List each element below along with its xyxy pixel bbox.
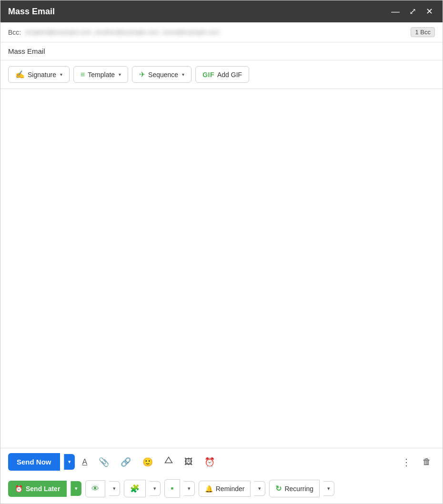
template-icon: ≡ xyxy=(81,70,85,79)
attach-button[interactable]: 📎 xyxy=(95,454,113,470)
close-button[interactable]: ✕ xyxy=(424,6,435,17)
expand-button[interactable]: ⤢ xyxy=(407,6,418,17)
attach-icon: 📎 xyxy=(99,457,109,467)
recurring-button[interactable]: ↻ Recurring xyxy=(269,480,320,497)
puzzle-icon: 🧩 xyxy=(130,484,140,493)
toolbar-row: ✍ Signature ▾ ≡ Template ▾ ✈ Sequence ▾ … xyxy=(0,60,443,89)
recurring-label: Recurring xyxy=(284,485,313,493)
bell-icon: 🔔 xyxy=(205,485,213,493)
bottom-bar-top: Send Now ▾ A 📎 🔗 🙂 xyxy=(0,448,443,475)
signature-label: Signature xyxy=(28,71,56,79)
send-now-dropdown-button[interactable]: ▾ xyxy=(64,454,75,470)
recurring-icon: ↻ xyxy=(275,484,282,493)
image-button[interactable]: 🖼 xyxy=(181,454,197,470)
modal-title: Mass Email xyxy=(8,7,55,17)
subject-input[interactable] xyxy=(8,47,435,55)
image-icon: 🖼 xyxy=(184,457,193,466)
bottom-bar: Send Now ▾ A 📎 🔗 🙂 xyxy=(0,448,443,504)
gif-icon: GIF xyxy=(202,71,214,79)
title-bar-controls: — ⤢ ✕ xyxy=(389,6,435,17)
bcc-label: Bcc: xyxy=(8,29,21,36)
clock-icon: ⏰ xyxy=(204,457,215,467)
delete-icon: 🗑 xyxy=(423,457,431,466)
bcc-row: Bcc: recipient@example.com, another@exam… xyxy=(0,22,443,42)
link-button[interactable]: 🔗 xyxy=(117,454,135,470)
reminder-button[interactable]: 🔔 Reminder xyxy=(199,481,251,497)
drive-icon xyxy=(164,457,173,467)
more-icon: ⋮ xyxy=(402,457,411,467)
template-button[interactable]: ≡ Template ▾ xyxy=(73,66,128,83)
eye-icon: 👁 xyxy=(91,484,99,493)
puzzle-button[interactable]: 🧩 xyxy=(124,480,146,497)
box-dropdown-button[interactable]: ▾ xyxy=(184,481,195,496)
send-now-label: Send Now xyxy=(17,458,51,466)
box-button[interactable]: ▪ xyxy=(164,479,180,498)
add-gif-button[interactable]: GIF Add GIF xyxy=(195,66,249,83)
format-text-icon: A xyxy=(82,458,88,466)
emoji-icon: 🙂 xyxy=(142,457,153,467)
schedule-button[interactable]: ⏰ xyxy=(201,454,219,470)
send-now-button[interactable]: Send Now xyxy=(8,453,60,471)
bcc-recipients: recipient@example.com, another@example.c… xyxy=(25,29,407,36)
box-icon: ▪ xyxy=(171,484,173,494)
subject-row xyxy=(0,42,443,60)
template-label: Template xyxy=(88,71,115,79)
email-body[interactable] xyxy=(0,89,443,448)
reminder-label: Reminder xyxy=(216,485,245,493)
svg-marker-0 xyxy=(165,457,172,463)
drive-button[interactable] xyxy=(161,454,177,470)
emoji-button[interactable]: 🙂 xyxy=(139,454,157,470)
bottom-bar-bottom: ⏰ Send Later ▾ 👁 ▾ 🧩 ▾ ▪ ▾ 🔔 Reminder xyxy=(0,475,443,504)
puzzle-dropdown-button[interactable]: ▾ xyxy=(150,481,161,496)
sequence-icon: ✈ xyxy=(139,70,145,79)
title-bar: Mass Email — ⤢ ✕ xyxy=(0,0,443,22)
bcc-badge[interactable]: 1 Bcc xyxy=(411,27,435,37)
more-options-button[interactable]: ⋮ xyxy=(398,454,415,471)
sequence-button[interactable]: ✈ Sequence ▾ xyxy=(132,66,191,83)
send-later-dropdown-button[interactable]: ▾ xyxy=(70,481,81,496)
sequence-label: Sequence xyxy=(148,71,178,79)
signature-chevron-icon: ▾ xyxy=(60,72,62,77)
format-text-button[interactable]: A xyxy=(79,454,91,470)
delete-button[interactable]: 🗑 xyxy=(419,454,435,470)
signature-icon: ✍ xyxy=(15,70,25,79)
send-later-label: Send Later xyxy=(26,485,60,493)
sequence-chevron-icon: ▾ xyxy=(182,72,184,77)
signature-button[interactable]: ✍ Signature ▾ xyxy=(8,66,70,83)
recurring-dropdown-button[interactable]: ▾ xyxy=(323,481,334,496)
mass-email-modal: Mass Email — ⤢ ✕ Bcc: recipient@example.… xyxy=(0,0,443,504)
send-later-clock-icon: ⏰ xyxy=(15,485,23,493)
view-dropdown-button[interactable]: ▾ xyxy=(109,481,120,496)
send-later-button[interactable]: ⏰ Send Later xyxy=(8,481,67,497)
minimize-button[interactable]: — xyxy=(389,6,402,17)
add-gif-label: Add GIF xyxy=(217,71,242,79)
template-chevron-icon: ▾ xyxy=(119,72,121,77)
link-icon: 🔗 xyxy=(121,457,131,467)
reminder-dropdown-button[interactable]: ▾ xyxy=(254,481,265,496)
view-button[interactable]: 👁 xyxy=(85,480,105,497)
